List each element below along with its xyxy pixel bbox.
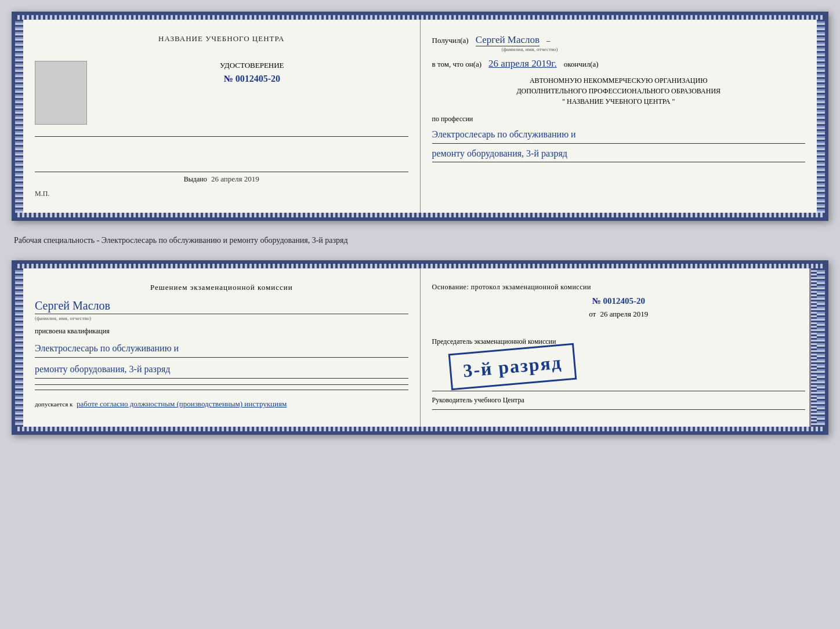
admits-label: допускается к bbox=[35, 401, 73, 408]
stamp-wrapper: Председатель экзаменационной комиссии 3-… bbox=[432, 328, 575, 385]
finished-label: окончил(а) bbox=[564, 60, 599, 68]
booklet-inner-2: Решением экзаменационной комиссии Сергей… bbox=[15, 268, 825, 427]
assigned-label: присвоена квалификация bbox=[35, 327, 408, 336]
qualification-line2: ремонту оборудования, 3-й разряд bbox=[35, 361, 408, 379]
photo-placeholder bbox=[35, 61, 87, 125]
booklet-content-2: Решением экзаменационной комиссии Сергей… bbox=[23, 268, 817, 427]
second-booklet-left: Решением экзаменационной комиссии Сергей… bbox=[23, 268, 421, 427]
inner-right-strip bbox=[811, 268, 817, 427]
second-booklet: Решением экзаменационной комиссии Сергей… bbox=[12, 260, 828, 435]
booklet-content-1: НАЗВАНИЕ УЧЕБНОГО ЦЕНТРА УДОСТОВЕРЕНИЕ №… bbox=[23, 20, 817, 213]
profession-line1: Электрослесарь по обслуживанию и bbox=[432, 127, 806, 144]
stamp-text: 3-й разряд bbox=[462, 352, 563, 382]
received-block: Получил(а) Сергей Маслов – (фамилия, имя… bbox=[432, 34, 806, 52]
stamp-box: 3-й разряд bbox=[448, 343, 577, 391]
first-booklet-left: НАЗВАНИЕ УЧЕБНОГО ЦЕНТРА УДОСТОВЕРЕНИЕ №… bbox=[23, 20, 421, 213]
protocol-prefix: № bbox=[592, 296, 601, 306]
org-block: АВТОНОМНУЮ НЕКОММЕРЧЕСКУЮ ОРГАНИЗАЦИЮ ДО… bbox=[432, 75, 806, 107]
recipient-name: Сергей Маслов bbox=[476, 34, 540, 46]
inner-right-strip2 bbox=[809, 268, 811, 427]
completed-date: 26 апреля 2019г. bbox=[488, 58, 557, 69]
admits-value: работе согласно должностным (производств… bbox=[77, 399, 287, 408]
top-deco-2 bbox=[15, 264, 825, 268]
page-container: НАЗВАНИЕ УЧЕБНОГО ЦЕНТРА УДОСТОВЕРЕНИЕ №… bbox=[12, 12, 828, 435]
profession-label: по профессии bbox=[432, 115, 806, 123]
issued-line: Выдано 26 апреля 2019 bbox=[35, 172, 408, 184]
chairman-label: Председатель экзаменационной комиссии bbox=[432, 337, 556, 346]
qualification-line1: Электрослесарь по обслуживанию и bbox=[35, 340, 408, 358]
left-strip-1 bbox=[15, 20, 23, 213]
org-line3: " НАЗВАНИЕ УЧЕБНОГО ЦЕНТРА " bbox=[432, 96, 806, 107]
org-line1: АВТОНОМНУЮ НЕКОММЕРЧЕСКУЮ ОРГАНИЗАЦИЮ bbox=[432, 75, 806, 86]
mp-label: М.П. bbox=[35, 190, 408, 198]
from-label: от bbox=[589, 310, 596, 318]
issued-label: Выдано bbox=[184, 175, 207, 183]
bottom-deco-1 bbox=[15, 213, 825, 217]
between-text: Рабочая специальность - Электрослесарь п… bbox=[12, 231, 828, 250]
from-date-value: 26 апреля 2019 bbox=[600, 310, 648, 318]
head-text: Руководитель учебного Центра bbox=[432, 396, 806, 405]
right-strip-2 bbox=[817, 268, 825, 427]
basis-text: Основание: протокол экзаменационной коми… bbox=[432, 283, 806, 292]
name-field-label-1: (фамилия, имя, отчество) bbox=[502, 46, 806, 52]
left-strip-2 bbox=[15, 268, 23, 427]
issued-date: 26 апреля 2019 bbox=[211, 174, 259, 183]
in-that-label: в том, что он(а) bbox=[432, 60, 482, 68]
udost-label: УДОСТОВЕРЕНИЕ bbox=[96, 61, 408, 70]
solution-field-label: (фамилия, имя, отчество) bbox=[35, 314, 408, 321]
dash: – bbox=[546, 36, 551, 45]
received-label: Получил(а) bbox=[432, 36, 469, 45]
protocol-number: № 0012405-20 bbox=[432, 296, 806, 306]
number-prefix: № bbox=[224, 74, 233, 83]
top-deco-1 bbox=[15, 15, 825, 20]
admits-block: допускается к работе согласно должностны… bbox=[35, 399, 408, 409]
solution-name-block: Сергей Маслов (фамилия, имя, отчество) bbox=[35, 299, 408, 321]
sig-line-2 bbox=[35, 390, 408, 390]
decision-title: Решением экзаменационной комиссии bbox=[35, 283, 408, 292]
cert-number-value: 0012405-20 bbox=[236, 74, 280, 83]
from-date-line: от 26 апреля 2019 bbox=[432, 310, 806, 319]
center-title: НАЗВАНИЕ УЧЕБНОГО ЦЕНТРА bbox=[35, 34, 408, 43]
protocol-number-value: 0012405-20 bbox=[603, 296, 645, 306]
intro-block: в том, что он(а) 26 апреля 2019г. окончи… bbox=[432, 58, 806, 70]
first-booklet-right: Получил(а) Сергей Маслов – (фамилия, имя… bbox=[421, 20, 817, 213]
second-booklet-right: Основание: протокол экзаменационной коми… bbox=[421, 268, 817, 427]
right-strip-1 bbox=[817, 20, 825, 213]
booklet-inner-1: НАЗВАНИЕ УЧЕБНОГО ЦЕНТРА УДОСТОВЕРЕНИЕ №… bbox=[15, 20, 825, 213]
org-line2: ДОПОЛНИТЕЛЬНОГО ПРОФЕССИОНАЛЬНОГО ОБРАЗО… bbox=[432, 86, 806, 96]
first-booklet: НАЗВАНИЕ УЧЕБНОГО ЦЕНТРА УДОСТОВЕРЕНИЕ №… bbox=[12, 12, 828, 221]
sig-line-1 bbox=[35, 384, 408, 385]
head-label: Руководитель учебного Центра bbox=[432, 396, 524, 404]
solution-name: Сергей Маслов bbox=[35, 299, 408, 312]
chairman-sig-line bbox=[432, 391, 806, 391]
profession-line2: ремонту оборудования, 3-й разряд bbox=[432, 146, 806, 163]
stamp-container: Председатель экзаменационной комиссии 3-… bbox=[432, 328, 806, 385]
head-sig-line bbox=[432, 409, 806, 410]
cert-number: № 0012405-20 bbox=[96, 74, 408, 84]
bottom-deco-2 bbox=[15, 427, 825, 431]
